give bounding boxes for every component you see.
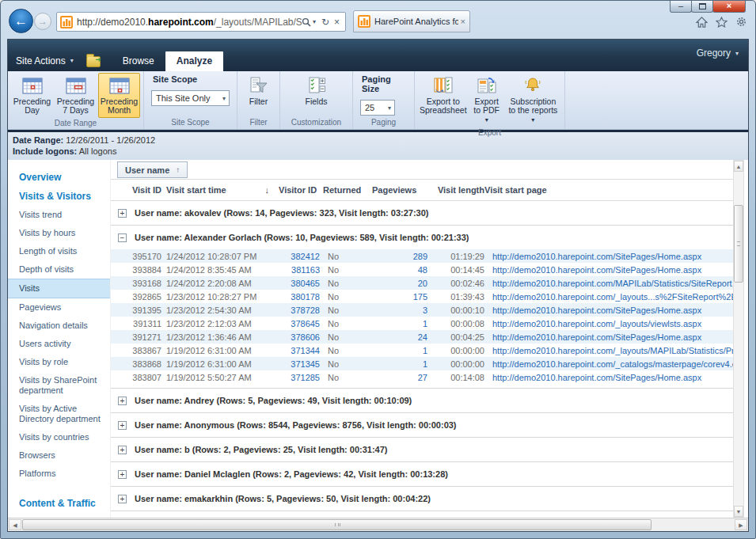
url-text[interactable]: http://demo2010.harepoint.com/_layouts/M… bbox=[77, 17, 302, 28]
search-options-caret-icon[interactable]: ▾ bbox=[313, 18, 316, 25]
sidebar-item-visits[interactable]: Visits bbox=[8, 279, 110, 298]
expand-icon[interactable]: + bbox=[118, 446, 127, 454]
column-header-visit-start-time[interactable]: Visit start time↓ bbox=[161, 185, 275, 195]
refresh-icon[interactable]: ↻ bbox=[321, 17, 329, 28]
sidebar-item-users-activity[interactable]: Users activity bbox=[8, 335, 110, 353]
site-scope-dropdown[interactable]: This Site Only ▾ bbox=[151, 90, 230, 106]
favorites-star-icon[interactable] bbox=[716, 17, 728, 28]
sidebar-item-visits-trend[interactable]: Visits trend bbox=[8, 206, 110, 224]
pageviews-link[interactable]: 289 bbox=[361, 252, 427, 261]
visitor-id-link[interactable]: 380465 bbox=[275, 279, 320, 288]
settings-gear-icon[interactable] bbox=[735, 16, 747, 28]
visitor-id-link[interactable]: 371344 bbox=[275, 346, 320, 355]
tab-browse[interactable]: Browse bbox=[112, 51, 165, 71]
subscription-button[interactable]: Subscription to the reports ▾ bbox=[505, 73, 561, 127]
sidebar-item-depth-of-visits[interactable]: Depth of visits bbox=[8, 260, 110, 279]
paging-size-dropdown[interactable]: 25 ▾ bbox=[360, 100, 395, 116]
expand-icon[interactable]: + bbox=[118, 495, 127, 503]
pageviews-link[interactable]: 1 bbox=[361, 346, 427, 355]
search-icon[interactable] bbox=[302, 17, 311, 27]
navigate-up-icon[interactable] bbox=[86, 56, 101, 67]
column-header-pageviews[interactable]: Pageviews bbox=[361, 185, 427, 195]
sidebar-item-visits-by-countries[interactable]: Visits by countries bbox=[8, 428, 110, 446]
pageviews-link[interactable]: 20 bbox=[361, 279, 427, 288]
pageviews-link[interactable]: 27 bbox=[361, 373, 427, 382]
visit-start-page-link[interactable]: http://demo2010.harepoint.com/SitePages/… bbox=[484, 373, 733, 382]
pageviews-link[interactable]: 48 bbox=[361, 265, 427, 275]
group-header[interactable]: − User name: Alexander Gorlach (Rows: 10… bbox=[111, 226, 733, 249]
back-button[interactable]: ← bbox=[9, 9, 33, 33]
vertical-scrollbar[interactable]: ▲ ▼ bbox=[733, 160, 744, 518]
group-by-chip-user-name[interactable]: User name ↑ bbox=[117, 161, 188, 178]
visitor-id-link[interactable]: 382412 bbox=[275, 252, 320, 261]
sidebar-item-overview[interactable]: Overview bbox=[8, 168, 110, 187]
group-header[interactable]: + User name: Anonymous (Rows: 8544, Page… bbox=[111, 413, 733, 437]
visitor-id-link[interactable]: 371285 bbox=[275, 373, 320, 382]
visitor-id-link[interactable]: 371345 bbox=[275, 359, 320, 369]
group-header[interactable]: + User name: Andrey (Rows: 5, Pageviews:… bbox=[111, 389, 733, 412]
visit-start-page-link[interactable]: http://demo2010.harepoint.com/_catalogs/… bbox=[484, 359, 733, 369]
sidebar-item-navigation-details[interactable]: Navigation details bbox=[8, 317, 110, 335]
group-header[interactable]: + User name: Daniel Mclaglen (Rows: 2, P… bbox=[111, 462, 733, 486]
column-header-visit-start-page[interactable]: Visit start page bbox=[484, 185, 733, 195]
group-header[interactable]: + User name: akovalev (Rows: 14, Pagevie… bbox=[111, 201, 733, 225]
column-header-visit-length[interactable]: Visit length bbox=[427, 185, 484, 195]
forward-button[interactable]: → bbox=[34, 13, 51, 30]
visit-start-page-link[interactable]: http://demo2010.harepoint.com/SitePages/… bbox=[484, 332, 733, 342]
preceding-7-days-button[interactable]: Preceding 7 Days bbox=[55, 73, 97, 118]
export-to-spreadsheet-button[interactable]: Export to Spreadsheet bbox=[418, 73, 469, 118]
site-actions-menu[interactable]: Site Actions ▾ bbox=[8, 51, 82, 71]
minimize-button[interactable]: – bbox=[670, 1, 692, 13]
pageviews-link[interactable]: 175 bbox=[361, 292, 427, 302]
expand-icon[interactable]: + bbox=[118, 397, 127, 405]
visitor-id-link[interactable]: 378645 bbox=[275, 319, 320, 328]
filter-button[interactable]: Filter bbox=[241, 73, 276, 109]
sidebar-item-visits-by-hours[interactable]: Visits by hours bbox=[8, 224, 110, 242]
preceding-day-button[interactable]: Preceding Day bbox=[11, 73, 53, 118]
visit-start-page-link[interactable]: http://demo2010.harepoint.com/SitePages/… bbox=[484, 265, 733, 275]
visit-start-page-link[interactable]: http://demo2010.harepoint.com/SitePages/… bbox=[484, 252, 733, 261]
scroll-right-icon[interactable]: ▶ bbox=[735, 519, 747, 530]
expand-icon[interactable]: + bbox=[118, 421, 127, 430]
visitor-id-link[interactable]: 380178 bbox=[275, 292, 320, 302]
group-header[interactable]: + User name: b (Rows: 2, Pageviews: 25, … bbox=[111, 438, 733, 461]
visitor-id-link[interactable]: 378728 bbox=[275, 306, 320, 315]
tab-analyze[interactable]: Analyze bbox=[165, 51, 223, 71]
horizontal-scrollbar-thumb[interactable] bbox=[22, 519, 652, 530]
sidebar-item-visits-by-role[interactable]: Visits by role bbox=[8, 353, 110, 371]
tab-close-icon[interactable]: × bbox=[461, 17, 465, 26]
sidebar-section-content-traffic[interactable]: Content & Traffic bbox=[8, 494, 110, 513]
scroll-down-icon[interactable]: ▼ bbox=[734, 506, 743, 517]
pageviews-link[interactable]: 1 bbox=[361, 319, 427, 328]
collapse-icon[interactable]: − bbox=[118, 233, 127, 242]
scroll-up-icon[interactable]: ▲ bbox=[734, 161, 743, 172]
group-header[interactable]: + User name: emakarkhin (Rows: 5, Pagevi… bbox=[111, 487, 733, 511]
sidebar-item-visits-by-sharepoint-department[interactable]: Visits by SharePoint department bbox=[8, 371, 110, 400]
fields-button[interactable]: Fields bbox=[297, 73, 336, 109]
close-window-button[interactable]: × bbox=[712, 1, 746, 13]
sidebar-section-visits-visitors[interactable]: Visits & Visitors bbox=[8, 187, 110, 206]
visit-start-page-link[interactable]: http://demo2010.harepoint.com/_layouts/v… bbox=[484, 319, 733, 328]
expand-icon[interactable]: + bbox=[118, 470, 127, 479]
scroll-left-icon[interactable]: ◀ bbox=[9, 519, 21, 530]
address-bar[interactable]: http://demo2010.harepoint.com/_layouts/M… bbox=[56, 12, 346, 32]
horizontal-scrollbar[interactable]: ◀ ▶ bbox=[8, 518, 748, 531]
sidebar-item-length-of-visits[interactable]: Length of visits bbox=[8, 242, 110, 260]
sidebar-item-visits-by-ad-department[interactable]: Visits by Active Directory department bbox=[8, 400, 110, 428]
pageviews-link[interactable]: 1 bbox=[361, 359, 427, 369]
stop-icon[interactable]: × bbox=[334, 17, 340, 28]
user-menu[interactable]: Gregory ▾ bbox=[697, 47, 739, 59]
pageviews-link[interactable]: 24 bbox=[361, 332, 427, 342]
visit-start-page-link[interactable]: http://demo2010.harepoint.com/_layouts/M… bbox=[484, 346, 733, 355]
expand-icon[interactable]: + bbox=[118, 209, 127, 218]
column-header-visitor-id[interactable]: Visitor ID bbox=[275, 185, 320, 195]
browser-tab[interactable]: HarePoint Analytics for Sha... × bbox=[353, 10, 470, 32]
sidebar-item-browsers[interactable]: Browsers bbox=[8, 446, 110, 465]
sidebar-item-pageviews[interactable]: Pageviews bbox=[8, 298, 110, 317]
maximize-button[interactable] bbox=[691, 1, 713, 13]
visitor-id-link[interactable]: 378606 bbox=[275, 332, 320, 342]
vertical-scrollbar-thumb[interactable] bbox=[734, 205, 743, 283]
column-header-visit-id[interactable]: Visit ID bbox=[127, 185, 161, 195]
preceding-month-button[interactable]: Preceding Month bbox=[98, 73, 140, 118]
pageviews-link[interactable]: 3 bbox=[361, 306, 427, 315]
